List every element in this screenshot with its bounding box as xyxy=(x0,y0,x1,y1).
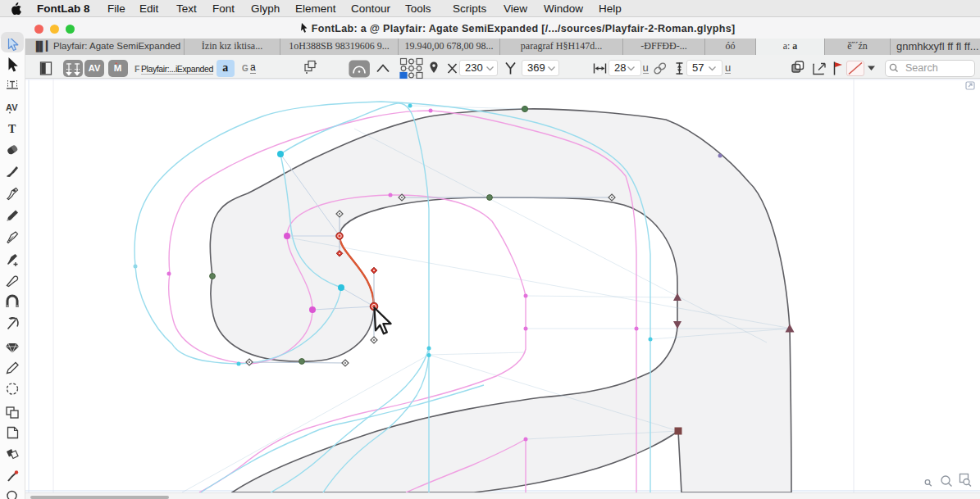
svg-text:AV: AV xyxy=(6,102,18,112)
svg-text:T: T xyxy=(8,123,16,135)
